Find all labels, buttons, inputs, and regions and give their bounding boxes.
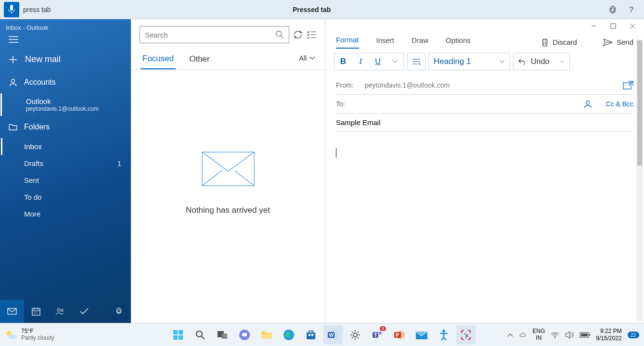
chevron-down-icon: [499, 60, 505, 64]
undo-group[interactable]: Undo: [513, 53, 570, 70]
tab-focused[interactable]: Focused: [141, 51, 176, 69]
snipping-button[interactable]: [456, 325, 476, 345]
person-standing-icon: [438, 329, 449, 341]
paragraph-group: [407, 53, 425, 70]
start-button[interactable]: [168, 325, 188, 345]
multiselect-icon: [307, 31, 316, 38]
edge-button[interactable]: [279, 325, 298, 345]
ccbcc-button[interactable]: Cc & Bcc: [605, 100, 633, 108]
taskview-icon: [217, 331, 228, 339]
popout-icon[interactable]: [623, 81, 633, 90]
select-mode-button[interactable]: [307, 31, 316, 38]
compose-scrollbar[interactable]: [636, 39, 643, 321]
people-icon: [55, 308, 65, 315]
accessibility-button[interactable]: [434, 325, 453, 345]
notification-count[interactable]: 22: [628, 332, 639, 338]
weather-widget[interactable]: 75°F Partly cloudy: [5, 328, 54, 341]
folders-header[interactable]: Folders: [0, 116, 131, 138]
tab-other[interactable]: Other: [187, 51, 212, 69]
envelope-icon: [202, 152, 255, 186]
subject-field[interactable]: Sample Email: [336, 114, 633, 132]
calendar-app-button[interactable]: [24, 300, 48, 323]
taskbar-apps: W T5 P: [168, 325, 476, 345]
settings-app-button[interactable]: [346, 325, 365, 345]
svg-rect-20: [222, 333, 227, 339]
mail-icon: [415, 330, 428, 340]
app-content: Inbox - Outlook New mail Accounts Outloo…: [0, 19, 644, 323]
bold-button[interactable]: B: [335, 53, 352, 70]
chat-button[interactable]: [235, 325, 254, 345]
underline-button[interactable]: U: [369, 53, 386, 70]
folder-drafts[interactable]: Drafts1: [24, 155, 131, 172]
compose-tab-format[interactable]: Format: [336, 36, 359, 49]
italic-button[interactable]: I: [352, 53, 369, 70]
filter-dropdown[interactable]: All: [299, 54, 315, 66]
svg-text:T: T: [374, 332, 377, 338]
wifi-icon[interactable]: [551, 332, 559, 338]
svg-rect-15: [179, 330, 183, 334]
volume-icon[interactable]: [565, 331, 574, 339]
mail-app-button[interactable]: [0, 300, 24, 323]
compose-tab-draw[interactable]: Draw: [412, 36, 428, 48]
help-icon[interactable]: ?: [627, 5, 635, 14]
teams-button[interactable]: T5: [368, 325, 387, 345]
from-value[interactable]: peytondavis.1@outlook.com: [365, 81, 450, 89]
hamburger-button[interactable]: [0, 36, 131, 48]
new-mail-button[interactable]: New mail: [0, 48, 131, 71]
search-taskbar-button[interactable]: [191, 325, 210, 345]
paragraph-button[interactable]: [408, 53, 425, 70]
voice-input-text[interactable]: press tab: [23, 6, 293, 13]
taskview-button[interactable]: [213, 325, 232, 345]
mic-button[interactable]: [4, 2, 19, 17]
chat-icon: [239, 329, 250, 341]
discard-button[interactable]: Discard: [541, 38, 577, 47]
contacts-icon[interactable]: [583, 100, 592, 108]
style-select-value: Heading 1: [434, 57, 471, 66]
minimize-button[interactable]: [591, 23, 597, 29]
message-body[interactable]: [325, 134, 644, 174]
scrollbar-thumb[interactable]: [637, 40, 642, 166]
explorer-button[interactable]: [257, 325, 276, 345]
word-button[interactable]: W: [323, 325, 343, 345]
search-box[interactable]: [140, 26, 289, 43]
to-row[interactable]: To: Cc & Bcc: [336, 95, 633, 114]
style-select[interactable]: Heading 1: [428, 53, 510, 70]
folder-sent[interactable]: Sent: [24, 172, 131, 189]
maximize-button[interactable]: [610, 23, 616, 29]
voice-command-bar: press tab Pressed tab ?: [0, 0, 644, 19]
svg-point-31: [353, 333, 357, 337]
compose-tab-options[interactable]: Options: [446, 36, 471, 48]
todo-app-button[interactable]: [72, 300, 96, 323]
svg-point-6: [117, 310, 120, 313]
folder-more[interactable]: More: [24, 205, 131, 222]
sync-button[interactable]: [293, 30, 303, 39]
account-item[interactable]: Outlook peytondavis.1@outlook.com: [0, 93, 131, 116]
search-input[interactable]: [145, 31, 275, 39]
font-more-button[interactable]: [386, 53, 404, 70]
tray-overflow-icon[interactable]: [507, 333, 513, 337]
people-app-button[interactable]: [48, 300, 72, 323]
new-mail-label: New mail: [25, 54, 61, 64]
store-button[interactable]: [301, 325, 321, 345]
svg-rect-43: [581, 333, 588, 336]
mail-app-taskbar-button[interactable]: [412, 325, 431, 345]
close-button[interactable]: [630, 23, 635, 29]
folder-inbox[interactable]: Inbox: [1, 138, 131, 155]
check-icon: [80, 308, 89, 315]
svg-point-34: [379, 332, 382, 334]
onedrive-icon[interactable]: [519, 331, 527, 339]
svg-rect-17: [179, 335, 183, 340]
discard-label: Discard: [553, 38, 577, 46]
voice-status-text: Pressed tab: [293, 6, 608, 13]
gear-icon: [350, 330, 361, 340]
powerpoint-button[interactable]: P: [390, 325, 409, 345]
battery-icon[interactable]: [580, 332, 590, 338]
settings-gear-icon[interactable]: [608, 5, 617, 14]
send-button[interactable]: Send: [603, 38, 633, 46]
settings-button[interactable]: [107, 300, 131, 323]
clock[interactable]: 9:22 PM 9/15/2022: [596, 328, 621, 342]
folder-todo[interactable]: To do: [24, 189, 131, 205]
accounts-header[interactable]: Accounts: [0, 71, 131, 93]
compose-tab-insert[interactable]: Insert: [376, 36, 395, 48]
language-indicator[interactable]: ENG IN: [532, 328, 545, 341]
